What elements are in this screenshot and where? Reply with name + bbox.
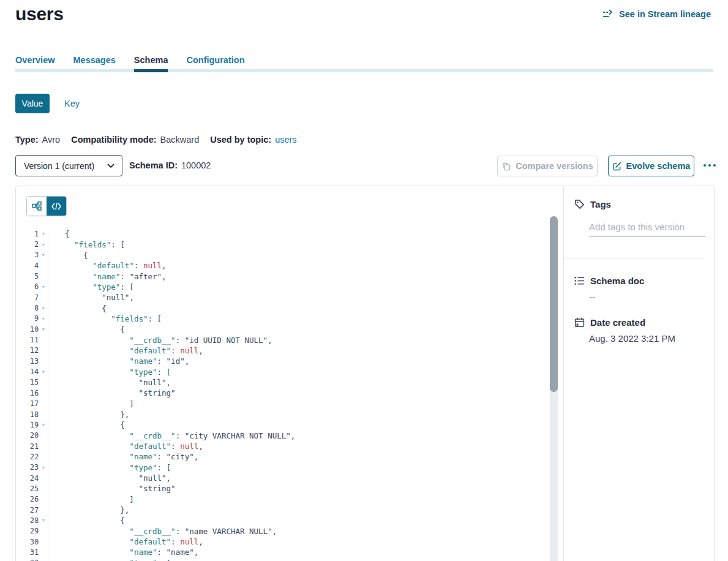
code-line: 12 "default": null, [16, 345, 551, 356]
code-line: 21 "default": null, [16, 441, 551, 451]
code-text: "fields": [ [48, 240, 125, 249]
gutter: 3▾ [16, 250, 48, 260]
line-number: 18 [16, 410, 39, 419]
line-number: 12 [16, 346, 39, 355]
code-line: 4 "default": null, [16, 260, 551, 271]
date-created-section-header: Date created [574, 317, 645, 328]
meta-label: Compatibility mode: [71, 135, 156, 145]
code-text: { [48, 516, 125, 525]
code-text: "name": "after", [48, 272, 167, 281]
gutter: 27 [16, 505, 48, 515]
fold-toggle-icon[interactable]: ▾ [39, 252, 48, 258]
key-tab-button[interactable]: Key [64, 99, 80, 108]
line-number: 6 [16, 282, 39, 291]
code-line: 9▾ "fields": [ [16, 314, 551, 324]
fold-toggle-icon[interactable]: ▾ [39, 326, 48, 332]
code-text: "fields": [ [48, 314, 162, 323]
scrollbar-thumb[interactable] [550, 216, 558, 392]
fold-toggle-icon[interactable]: ▾ [39, 465, 48, 470]
version-select[interactable]: Version 1 (current) [15, 155, 122, 176]
gutter: 8▾ [16, 303, 48, 313]
line-number: 9 [16, 314, 39, 323]
tab-schema[interactable]: Schema [134, 55, 168, 70]
code-line: 24 "null", [16, 473, 551, 483]
gutter: 31 [16, 547, 48, 557]
stream-lineage-link[interactable]: See in Stream lineage [602, 9, 711, 19]
line-number: 17 [16, 399, 39, 408]
evolve-schema-button[interactable]: Evolve schema [608, 156, 694, 176]
code-editor-content: 1▾{2▾ "fields": [3▾ {4 "default": null,5… [16, 228, 551, 561]
line-number: 22 [16, 453, 39, 461]
line-number: 28 [16, 516, 39, 525]
gutter: 25 [16, 483, 48, 494]
topic-link[interactable]: users [275, 135, 296, 145]
line-number: 20 [16, 431, 39, 440]
fold-toggle-icon[interactable]: ▾ [39, 369, 48, 375]
line-number: 14 [16, 367, 39, 376]
schema-id: Schema ID: 100002 [129, 160, 211, 170]
code-line: 28▾ { [16, 515, 551, 525]
line-number: 31 [16, 548, 39, 557]
code-text: { [48, 304, 107, 313]
schema-doc-title: Schema doc [590, 276, 644, 286]
gutter: 16 [16, 388, 48, 398]
tree-view-button[interactable] [27, 197, 47, 216]
gutter: 21 [16, 441, 48, 451]
line-number: 21 [16, 442, 39, 451]
list-icon [574, 276, 585, 285]
schema-sidebar: Tags Schema doc -- Da [565, 186, 714, 561]
code-text: }, [48, 505, 129, 514]
code-text: "__crdb__": "name VARCHAR NULL", [48, 527, 277, 536]
gutter: 26 [16, 494, 48, 505]
code-text: "default": null, [48, 346, 203, 355]
line-number: 15 [16, 378, 39, 386]
meta-value: Avro [42, 135, 61, 145]
compare-versions-button[interactable]: Compare versions [497, 156, 598, 176]
code-line: 11 "__crdb__": "id UUID NOT NULL", [16, 334, 551, 345]
line-number: 2 [16, 240, 39, 249]
code-line: 27 }, [16, 505, 551, 515]
code-view-button[interactable] [47, 197, 66, 216]
code-line: 5 "name": "after", [16, 271, 551, 281]
more-options-button[interactable] [700, 158, 719, 173]
fold-toggle-icon[interactable]: ▾ [39, 284, 48, 290]
schema-id-label: Schema ID: [129, 160, 178, 170]
line-number: 16 [16, 389, 39, 397]
code-text: "__crdb__": "id UUID NOT NULL", [48, 336, 272, 345]
date-created-title: Date created [590, 317, 645, 328]
tab-overview[interactable]: Overview [15, 55, 55, 70]
code-text: { [48, 325, 125, 334]
tree-view-icon [32, 201, 42, 211]
value-tab-button[interactable]: Value [15, 94, 50, 113]
code-line: 13 "name": "id", [16, 356, 551, 366]
code-line: 7 "null", [16, 292, 551, 303]
code-text: "string" [48, 388, 176, 397]
add-tags-input[interactable] [589, 218, 705, 236]
line-number: 19 [16, 421, 39, 429]
editor-scrollbar[interactable] [550, 216, 558, 561]
tab-configuration[interactable]: Configuration [186, 55, 244, 70]
gutter: 20 [16, 431, 48, 441]
tab-messages[interactable]: Messages [73, 55, 116, 70]
gutter: 4 [16, 260, 48, 271]
code-text: ] [48, 399, 134, 409]
fold-toggle-icon[interactable]: ▾ [39, 242, 48, 247]
evolve-schema-label: Evolve schema [626, 161, 691, 171]
tags-title: Tags [590, 199, 611, 209]
fold-toggle-icon[interactable]: ▾ [39, 422, 48, 427]
fold-toggle-icon[interactable]: ▾ [39, 306, 48, 311]
meta-item: Type:Avro [15, 135, 60, 145]
line-number: 5 [16, 272, 39, 280]
code-text: "default": null, [48, 261, 167, 270]
calendar-plus-icon [574, 317, 585, 328]
fold-toggle-icon[interactable]: ▾ [39, 231, 48, 236]
fold-toggle-icon[interactable]: ▾ [39, 518, 48, 523]
code-line: 15 "null", [16, 377, 551, 388]
code-line: 25 "string" [16, 483, 551, 494]
line-number: 8 [16, 304, 39, 312]
gutter: 2▾ [16, 239, 48, 249]
gutter: 12 [16, 345, 48, 356]
edit-icon [612, 162, 621, 171]
line-number: 3 [16, 250, 39, 259]
fold-toggle-icon[interactable]: ▾ [39, 316, 48, 322]
